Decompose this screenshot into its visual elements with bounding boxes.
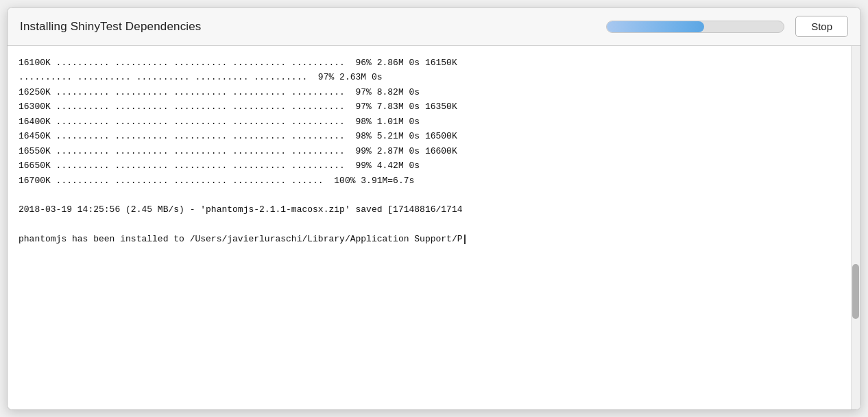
scrollbar-thumb[interactable] [852, 264, 859, 319]
install-dialog: Installing ShinyTest Dependencies Stop 1… [7, 7, 861, 410]
stop-button[interactable]: Stop [795, 16, 848, 37]
header-right: Stop [606, 16, 848, 37]
progress-bar-container [606, 21, 784, 33]
progress-bar-fill [607, 21, 704, 32]
cursor [464, 235, 466, 244]
dialog-title: Installing ShinyTest Dependencies [20, 20, 202, 34]
console-output: 16100K .......... .......... .......... … [8, 51, 860, 255]
scrollbar[interactable] [851, 46, 860, 409]
dialog-content[interactable]: 16100K .......... .......... .......... … [8, 46, 860, 409]
dialog-header: Installing ShinyTest Dependencies Stop [8, 8, 860, 46]
